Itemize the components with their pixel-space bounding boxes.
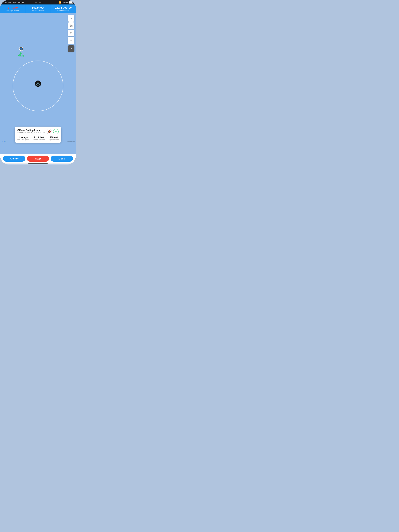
card-anchor-dist-label: Anchor Distance <box>33 139 45 141</box>
track-button[interactable]: 〰 <box>68 37 74 44</box>
date-display: Wed Jan 25 <box>13 1 24 4</box>
card-metrics: 1 m ago Last Gps Update 91.9 feet Anchor… <box>17 136 59 141</box>
card-actions: 🔕 〰 <box>46 129 59 134</box>
anchor-distance-label: Anchor Distance <box>26 10 50 12</box>
boat-avatar-icon: 👤 <box>19 47 23 51</box>
gps-update-value: 1 m ago <box>1 6 24 9</box>
help-button[interactable]: ? <box>68 45 74 52</box>
card-gps-value: 1 m ago <box>17 136 29 139</box>
chart-icon: 〰 <box>55 130 57 133</box>
card-accuracy-value: 15 feet <box>49 136 59 139</box>
anchor-set-date: Jan 25, 2023, 6:16 Pm <box>27 132 45 133</box>
track-icon: 〰 <box>70 39 72 42</box>
battery-icon <box>69 1 73 4</box>
map-copyright: ©2023 Google <box>67 141 75 142</box>
gps-update-metric: 1 m ago Last Gps Update <box>0 5 25 13</box>
map-icon: 🗺 <box>70 24 72 27</box>
anchor-button[interactable]: Anchor <box>3 156 25 162</box>
time-display: 7:53 PM <box>3 1 11 4</box>
boat-marker[interactable]: 👤 <box>16 47 26 58</box>
chart-button[interactable]: 〰 <box>53 129 59 134</box>
side-toolbar: ▲ 🗺 ⏱ 〰 ? <box>68 15 74 52</box>
stop-button[interactable]: Stop <box>27 156 49 162</box>
header-metrics-bar: 1 m ago Last Gps Update 149.9 feet Ancho… <box>0 5 76 13</box>
anchor-bearing-value: 152.4 degree <box>52 6 75 9</box>
boat-svg-icon <box>16 51 26 58</box>
google-logo: Google <box>1 140 6 142</box>
question-icon: ? <box>70 47 72 50</box>
anchor-center-icon[interactable]: ⚓ <box>35 81 41 87</box>
notch-dots <box>35 2 41 3</box>
status-left: 7:53 PM Wed Jan 25 <box>3 1 24 4</box>
home-bar <box>28 163 48 164</box>
wifi-icon: 📶 <box>59 1 62 4</box>
navigation-button[interactable]: ▲ <box>68 15 74 22</box>
anchor-symbol: ⚓ <box>36 82 40 85</box>
mute-button[interactable]: 🔕 <box>46 129 52 134</box>
history-button[interactable]: ⏱ <box>68 30 74 36</box>
anchor-bearing-metric: 152.4 degree Anchor Bearing <box>51 5 76 13</box>
device-frame: 7:53 PM Wed Jan 25 📶 100% 1 m ago Last G… <box>0 0 76 164</box>
google-e: e <box>6 140 6 142</box>
card-accuracy-label: Gps Accuracy <box>49 139 59 141</box>
anchor-set-label: Anchor Set: <box>17 132 26 133</box>
bottom-bar: Anchor Stop Menu <box>0 154 76 164</box>
card-anchor-dist-metric: 91.9 feet Anchor Distance <box>33 136 45 141</box>
navigation-icon: ▲ <box>70 17 72 20</box>
card-gps-label: Last Gps Update <box>17 139 29 141</box>
map-area[interactable]: ⚓ 👤 <box>0 13 76 154</box>
card-accuracy-metric: 15 feet Gps Accuracy <box>49 136 59 141</box>
anchor-distance-metric: 149.9 feet Anchor Distance <box>25 5 51 13</box>
person-icon: 👤 <box>20 48 23 50</box>
card-anchor-dist-value: 91.9 feet <box>33 136 45 139</box>
status-bar: 7:53 PM Wed Jan 25 📶 100% <box>0 0 76 5</box>
map-button[interactable]: 🗺 <box>68 22 74 29</box>
anchor-distance-value: 149.9 feet <box>26 6 50 9</box>
battery-label: 100% <box>62 1 68 4</box>
status-right: 📶 100% <box>59 1 73 4</box>
card-subtitle: Anchor Set: Jan 25, 2023, 6:16 Pm <box>17 132 45 133</box>
history-icon: ⏱ <box>70 32 72 35</box>
card-title-area: Official Sailing Luna Anchor Set: Jan 25… <box>17 129 45 133</box>
card-header: Official Sailing Luna Anchor Set: Jan 25… <box>17 129 59 134</box>
home-indicator <box>0 164 76 164</box>
menu-button[interactable]: Menu <box>51 156 73 162</box>
info-card: Official Sailing Luna Anchor Set: Jan 25… <box>15 127 61 143</box>
gps-update-label: Last Gps Update <box>1 10 24 12</box>
anchor-bearing-label: Anchor Bearing <box>52 10 75 12</box>
mute-icon: 🔕 <box>48 130 51 133</box>
card-title: Official Sailing Luna <box>17 129 45 132</box>
card-gps-metric: 1 m ago Last Gps Update <box>17 136 29 141</box>
